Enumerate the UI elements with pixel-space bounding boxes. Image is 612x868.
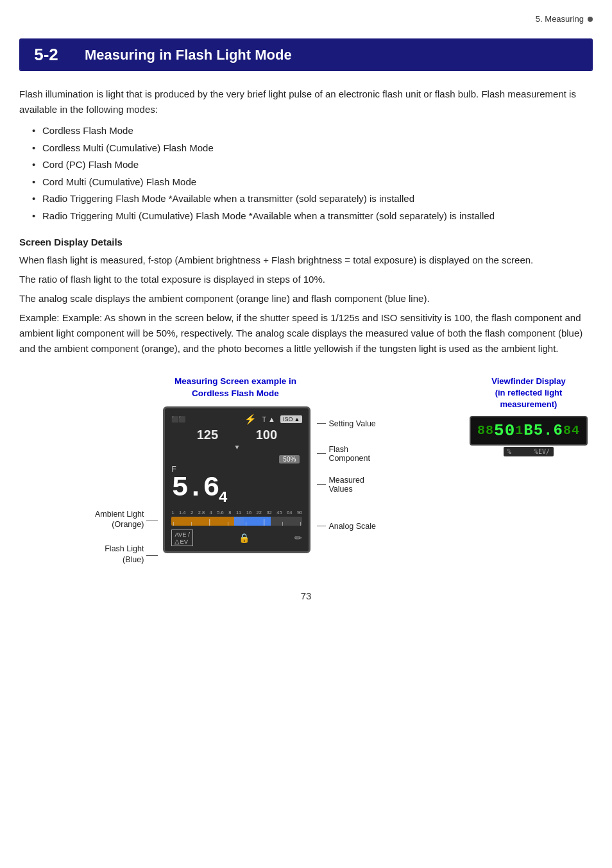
- list-item: Radio Triggering Flash Mode *Available w…: [32, 192, 593, 206]
- viewfinder-caption: Viewfinder Display (in reflected light m…: [491, 376, 565, 411]
- setting-value-label: Setting Value: [317, 419, 376, 428]
- diagram-area: Measuring Screen example in Cordless Fla…: [19, 376, 593, 565]
- percent-badge: 50%: [279, 455, 300, 463]
- list-item: Cordless Multi (Cumulative) Flash Mode: [32, 141, 593, 156]
- section-title: Measuring in Flash Light Mode: [72, 40, 591, 70]
- lcd-iso-value: 100: [256, 428, 277, 442]
- vf-dim-3: 84: [563, 423, 580, 438]
- ave-label: AVE / △EV: [171, 530, 193, 546]
- section-title-bar: 5-2 Measuring in Flash Light Mode: [19, 38, 593, 71]
- analog-scale-bar: | | | | | | | |: [171, 517, 302, 526]
- measured-values-label: MeasuredValues: [317, 476, 376, 494]
- list-item: Cord Multi (Cumulative) Flash Mode: [32, 175, 593, 190]
- vf-sub-display: % %EV/: [504, 448, 554, 455]
- viewfinder-panel: Viewfinder Display (in reflected light m…: [464, 376, 593, 455]
- screen-para-3: The analog scale displays the ambient co…: [19, 291, 593, 306]
- screen-para-example-start: Example: Example: As shown in the screen…: [19, 310, 593, 356]
- vf-dim-1: 88: [477, 423, 494, 438]
- lcd-screen: ⬛⬛ ⚡ T ▲ ISO ▲ 125 100: [163, 406, 310, 553]
- viewfinder-display: 8850 1B5.684: [470, 416, 588, 446]
- vf-bright-56: B5.6: [523, 422, 563, 439]
- list-item: Cordless Flash Mode: [32, 124, 593, 138]
- intro-paragraph: Flash illumination is light that is prod…: [19, 87, 593, 117]
- vf-dim-2: 1: [515, 423, 523, 438]
- vf-bright-50: 50: [494, 421, 515, 440]
- trigger-icon: ✏: [294, 533, 302, 543]
- flash-component-label: FlashComponent: [317, 445, 376, 463]
- page-number: 73: [0, 590, 612, 621]
- ambient-light-label: Ambient Light(Orange): [95, 509, 158, 530]
- right-labels: Setting Value FlashComponent MeasuredVal…: [310, 406, 376, 531]
- screen-display-heading: Screen Display Details: [19, 235, 593, 250]
- breadcrumb-text: 5. Measuring: [536, 14, 584, 24]
- section-number: 5-2: [21, 40, 72, 70]
- scale-numbers: 11.422.845.6811162232456490: [171, 510, 302, 515]
- mode-list: Cordless Flash Mode Cordless Multi (Cumu…: [32, 124, 593, 223]
- flash-light-label: Flash Light(Blue): [95, 544, 158, 565]
- diagram-caption: Measuring Screen example in Cordless Fla…: [174, 376, 296, 400]
- lcd-main-value: 5.64: [171, 474, 302, 506]
- main-content: Flash illumination is light that is prod…: [19, 87, 593, 356]
- lcd-icon-row: ⚡ T ▲ ISO ▲: [244, 413, 302, 425]
- lcd-shutter-value: 125: [197, 428, 218, 442]
- screen-para-1: When flash light is measured, f-stop (Am…: [19, 253, 593, 268]
- memory-icon: 🔒: [239, 533, 250, 543]
- screen-para-2: The ratio of flash light to the total ex…: [19, 272, 593, 287]
- lcd-bottom-row: AVE / △EV 🔒 ✏: [171, 530, 302, 546]
- breadcrumb-dot: [588, 17, 593, 22]
- analog-scale-label: Analog Scale: [317, 522, 376, 531]
- breadcrumb: 5. Measuring: [536, 14, 593, 24]
- list-item: Cord (PC) Flash Mode: [32, 158, 593, 172]
- flash-icon: ⚡: [244, 413, 257, 425]
- iso-label: ISO: [283, 416, 293, 422]
- list-item: Radio Triggering Multi (Cumulative) Flas…: [32, 209, 593, 224]
